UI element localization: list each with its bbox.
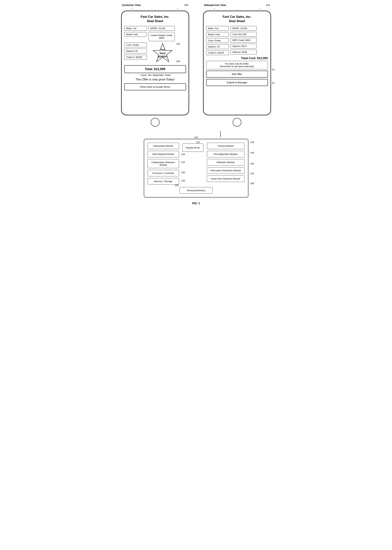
sp-right-col: MSRP: 15,454 Cost: $12,200 MFR Credit: $… [231,26,257,55]
sp-color-field: Color: Pretty [206,38,229,43]
diagram-right-col: Preview Module Reconfiguration Module Re… [207,143,245,185]
top-section: Customer View 100 ✓ ✓ Fast Car Sales, In… [121,3,271,128]
ref-106: 106 [176,60,180,63]
ref-115: 115 [196,141,200,143]
customer-tradein-field: Trade In: $1000 [124,55,147,59]
customer-msrp-field: MSRP: 15,454 [149,26,175,31]
customer-field-row-1: Make: Car MSRP: 15,454 [124,26,186,31]
diagram-inner: Obfuscation Module Hide Request Module 1… [148,143,245,185]
sp-buffer-box: You have a $x.00 buffer. Remember to ask… [206,61,268,69]
customer-rebate-field: Instant Rebate Credit: $500 [149,32,175,41]
reconfiguration-module: Reconfiguration Module [207,151,245,157]
customer-title: Fast Car Sales, Inc. Deal Sheet [124,15,186,23]
salesperson-view-number: 101 [266,4,270,7]
diagram-section: 110 140 145 150 155 160 115 Obfuscation … [121,139,271,197]
tick1: ✓ [132,7,133,10]
ref-150: 150 [250,162,254,165]
save-star-text: You Save $2455!! [158,48,167,58]
ref-103: 103 [272,68,274,71]
ref-107: 107 [272,82,274,84]
customer-make-field: Make: Car [124,26,147,31]
vertical-connector-top [220,131,221,137]
ref-165: 165 [175,184,178,187]
sp-delivery-field: Delivery: $180 [231,50,257,54]
accept-terms-button[interactable]: Press Here to Accept Terms [124,83,186,90]
diagram-center-col: Display Driver [182,143,204,185]
hand-over-detection-module: Hand-Over Detection Module [207,176,245,182]
processor-wrapper: Processor / Controller 130 [148,170,179,176]
sp-two-col: Make: Car Model: Fast Color: Pretty Opti… [206,26,268,55]
hide-request-module: Hide Request Module [148,151,179,157]
ref-160: 160 [250,182,254,185]
salesperson-home-button[interactable] [233,118,241,127]
salesperson-view-container: Salesperson View 101 ✓ ✓ 103 107 Fast Ca… [203,3,271,128]
ref-125: 125 [181,161,185,164]
memory-wrapper: Memory / Storage 135 [148,178,179,185]
customer-view-number: 100 [184,4,188,7]
customer-home-button[interactable] [151,118,160,127]
tick3: ✓ [214,7,215,10]
customer-left-fields: Color: Pretty Options: All Trade In: $10… [124,43,147,59]
sp-options-field: Options: All [206,44,229,49]
customer-view-container: Customer View 100 ✓ ✓ Fast Car Sales, In… [121,3,189,128]
ref-135: 135 [181,179,185,182]
customer-row3-star: Color: Pretty Options: All Trade In: $10… [124,43,186,64]
salesperson-phone-frame: 103 107 Fast Car Sales, Inc. Deal Sheet … [203,11,271,115]
ref-140: 140 [250,141,254,143]
memory-module: Memory / Storage [148,178,179,185]
ref-130: 130 [181,171,185,174]
tick2: ✓ [177,7,179,10]
sp-cost-field: Cost: $12,200 [231,32,257,37]
diagram-frame: 110 140 145 150 155 160 115 Obfuscation … [144,139,248,197]
sp-optionsamt-field: Options: $213 [231,44,257,49]
customer-view-label: Customer View [122,3,141,7]
collaboration-detection-module: Collaboration Detection Module [148,159,179,168]
customer-model-field: Model: Fast [124,32,147,37]
reflection-module: Reflection Module [207,159,245,165]
display-driver-module: Display Driver [182,143,203,152]
sp-tradein-field: Trade In: $1000 [206,50,229,55]
ref-155: 155 [250,172,254,175]
page-container: Customer View 100 ✓ ✓ Fast Car Sales, In… [121,3,271,205]
sp-total-cost: Total Cost: $12,093 [206,57,268,60]
sp-make-field: Make: Car [206,26,229,31]
sp-left-col: Make: Car Model: Fast Color: Pretty Opti… [206,26,229,55]
processor-module: Processor / Controller [148,170,179,176]
ref-120: 120 [181,153,185,155]
sharing-module: Sharing Module(s) [180,187,212,194]
customer-taxes-text: + Taxes, Title, Registration, Plates [124,74,186,76]
edit-offer-button[interactable]: Edit Offer [206,71,268,78]
customer-offer-text: This Offer is only good Today! [124,78,186,81]
sharing-row: Sharing Module(s) 165 [148,187,245,194]
salesperson-view-label: Salesperson View [204,3,226,7]
customer-options-field: Options: All [124,49,147,53]
ref-110: 110 [194,136,198,139]
customer-color-field: Color: Pretty [124,43,147,47]
customer-phone-frame: Fast Car Sales, Inc. Deal Sheet Make: Ca… [121,11,189,115]
ref-145: 145 [250,151,254,154]
diagram-left-col: Obfuscation Module Hide Request Module 1… [148,143,179,185]
obfuscation-module: Obfuscation Module [148,143,179,149]
submit-manager-button[interactable]: Submit to Manager [206,79,268,86]
preview-module: Preview Module [207,143,245,149]
hide-request-wrapper: Hide Request Module 120 [148,151,179,157]
fig-label: FIG. 1 [121,202,271,205]
save-star-container: You Save $2455!! 105 106 [149,43,176,64]
salesperson-title: Fast Car Sales, Inc. Deal Sheet [206,15,268,23]
sp-mfrcredit-field: MFR Credit: $500 [231,38,257,43]
information-restriction-module: Information Restriction Module [207,167,245,174]
ref-105: 105 [176,43,180,45]
collab-wrapper: Collaboration Detection Module 125 [148,159,179,168]
sp-msrp-field: MSRP: 15,454 [231,26,257,31]
customer-total-box: Total: $12,999 [124,65,186,73]
sp-model-field: Model: Fast [206,32,229,37]
tick4: ✓ [259,7,261,10]
customer-field-row-2: Model: Fast Instant Rebate Credit: $500 [124,32,186,41]
